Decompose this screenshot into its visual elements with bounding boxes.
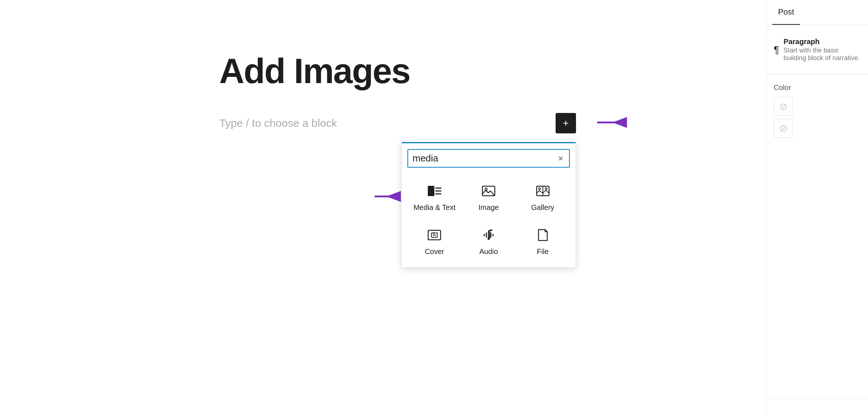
svg-point-9	[485, 188, 487, 190]
block-label-media-text: Media & Text	[414, 203, 455, 212]
tab-post[interactable]: Post	[772, 0, 800, 25]
audio-icon	[480, 226, 497, 244]
svg-rect-14	[428, 230, 441, 240]
block-search-box: ×	[407, 149, 570, 168]
block-label-audio: Audio	[479, 247, 498, 256]
block-label-file: File	[537, 247, 549, 256]
sidebar-tab-row: Post	[766, 0, 868, 25]
block-label-gallery: Gallery	[531, 203, 554, 212]
text-block-preview	[766, 399, 868, 414]
color-section-label: Color	[774, 83, 861, 92]
no-color-icon-1: ⊘	[779, 101, 788, 113]
svg-point-13	[545, 188, 547, 190]
paragraph-labels: Paragraph Start with the basic building …	[784, 38, 861, 62]
block-label-cover: Cover	[425, 247, 444, 256]
paragraph-label-sub: Start with the basic building block of n…	[784, 47, 861, 62]
block-label-image: Image	[478, 203, 499, 212]
block-placeholder-row: Type / to choose a block + ×	[219, 113, 547, 133]
paragraph-label-main: Paragraph	[784, 38, 861, 46]
sidebar: Post ¶ Paragraph Start with the basic bu…	[766, 0, 868, 414]
search-clear-button[interactable]: ×	[557, 154, 565, 163]
svg-rect-4	[428, 186, 434, 196]
media-text-icon	[426, 182, 443, 200]
editor-area: Add Images Type / to choose a block + ×	[0, 0, 766, 414]
block-placeholder-text: Type / to choose a block	[219, 117, 526, 129]
block-item-file[interactable]: File	[516, 220, 570, 262]
cover-icon	[426, 226, 443, 244]
paragraph-icon: ¶	[774, 44, 779, 56]
svg-point-12	[538, 188, 540, 190]
sidebar-color-section: Color ⊘ ⊘	[766, 75, 868, 149]
arrow-to-add-button	[594, 113, 627, 133]
block-search-input[interactable]	[413, 153, 557, 164]
block-item-image[interactable]: Image	[462, 176, 516, 218]
block-inserter-dropdown: ×	[401, 142, 576, 268]
plus-icon: +	[563, 118, 569, 128]
sidebar-paragraph-section: ¶ Paragraph Start with the basic buildin…	[766, 25, 868, 75]
blocks-grid: Media & Text Image	[407, 176, 570, 262]
gallery-icon	[534, 182, 552, 200]
color-swatch-1[interactable]: ⊘	[774, 97, 793, 116]
block-item-media-text[interactable]: Media & Text	[407, 176, 462, 218]
arrow-to-media-text	[375, 189, 404, 205]
block-item-cover[interactable]: Cover	[407, 220, 462, 262]
no-color-icon-2: ⊘	[779, 122, 788, 134]
block-item-gallery[interactable]: Gallery	[516, 176, 570, 218]
paragraph-icon-row: ¶ Paragraph Start with the basic buildin…	[774, 34, 861, 66]
color-swatch-2[interactable]: ⊘	[774, 119, 793, 138]
file-icon	[534, 226, 552, 244]
post-title[interactable]: Add Images	[219, 51, 547, 91]
add-block-button[interactable]: +	[556, 113, 576, 133]
image-icon	[480, 182, 497, 200]
block-item-audio[interactable]: Audio	[462, 220, 516, 262]
